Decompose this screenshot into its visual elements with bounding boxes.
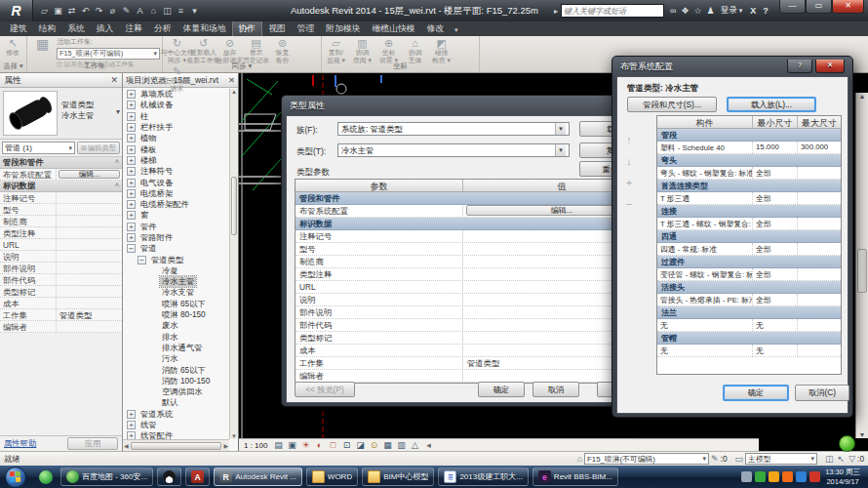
save-icon[interactable]: ▣: [52, 0, 64, 21]
workset-status-combo[interactable]: F15_喷淋(不可编辑) ▾: [584, 453, 709, 465]
app-menu-button[interactable]: R: [0, 0, 33, 21]
tree-item[interactable]: +楼板: [124, 143, 229, 154]
tree-item[interactable]: 消防 65以下: [124, 364, 229, 375]
task-revit[interactable]: R Autodesk Revit ...: [214, 468, 302, 486]
tree-item[interactable]: +楼梯: [124, 155, 229, 166]
scrollbar-thumb[interactable]: [857, 249, 867, 293]
phone-tray-icon[interactable]: [809, 471, 820, 482]
panel-label-coordinate[interactable]: 坐标: [322, 61, 479, 72]
search-input[interactable]: [564, 7, 659, 16]
expand-icon[interactable]: +: [127, 156, 136, 165]
property-row[interactable]: 部件说明: [0, 263, 122, 274]
section-icon[interactable]: ◫: [161, 0, 174, 21]
component-row[interactable]: 无 无: [657, 319, 841, 332]
param-row[interactable]: 类型注释: [296, 268, 660, 281]
tree-item[interactable]: +植物: [124, 133, 229, 143]
worksets-button[interactable]: ▦: [29, 37, 56, 50]
redo-icon[interactable]: ↷: [93, 0, 105, 21]
param-row[interactable]: 型号: [296, 243, 660, 256]
param-row[interactable]: URL: [296, 281, 660, 294]
tree-item[interactable]: 喷淋 80-150: [124, 309, 229, 320]
relinquish-all-button[interactable]: ⊘ 放弃 全部请求: [217, 36, 243, 64]
collapse-section-icon[interactable]: ^: [115, 158, 119, 168]
remove-row-icon[interactable]: −: [621, 198, 637, 210]
browser-vertical-scrollbar[interactable]: ▲ ▼: [229, 89, 238, 439]
start-button[interactable]: [5, 467, 26, 488]
sogou-tray-icon[interactable]: [782, 471, 793, 482]
close-button[interactable]: ✕: [815, 60, 845, 73]
routing-pref-edit-button[interactable]: 编辑...: [59, 170, 120, 179]
close-button[interactable]: ✕: [832, 0, 864, 14]
ribbon-tab-结构[interactable]: 结构: [33, 21, 62, 36]
ribbon-display-toggle-icon[interactable]: ▾: [450, 24, 463, 36]
element-selector-combo[interactable]: 管道 (1) ▾: [2, 142, 75, 154]
tree-item[interactable]: +管件: [124, 222, 229, 232]
scroll-right-icon[interactable]: ▶: [222, 442, 229, 449]
default-3d-view-icon[interactable]: ⌂: [147, 0, 160, 21]
component-row[interactable]: 弯头 - 螺纹 - 钢塑复合: 标准 全部: [657, 167, 841, 180]
expand-icon[interactable]: +: [127, 223, 136, 231]
browser-360-tray-icon[interactable]: [769, 471, 779, 482]
tree-item[interactable]: 冷凝: [124, 265, 229, 276]
component-row[interactable]: 管接头 - 热熔承插 - PE: 标准 全部: [657, 294, 841, 306]
expand-icon[interactable]: +: [127, 90, 136, 99]
expand-icon[interactable]: +: [127, 211, 136, 220]
expand-icon[interactable]: +: [127, 112, 136, 121]
reveal-hidden-elements-icon[interactable]: ⊙: [368, 439, 379, 451]
taskbar-clock[interactable]: 13:30 周三 2014/9/17: [825, 468, 860, 487]
load-family-button[interactable]: 载入族(L)...: [727, 97, 816, 112]
canvas-vertical-scrollbar[interactable]: ▲ ▼: [855, 93, 868, 438]
panel-label-worksets[interactable]: 工作集: [27, 61, 162, 72]
property-row[interactable]: 编辑者: [0, 321, 122, 333]
task-revit-bbs[interactable]: e Revit BBS-BIM...: [533, 468, 618, 486]
property-row[interactable]: 型号: [0, 204, 122, 216]
customize-qat-icon[interactable]: ▾: [188, 0, 201, 21]
tree-item[interactable]: 排水: [124, 332, 229, 343]
temporary-view-properties-icon[interactable]: ▥: [395, 439, 407, 451]
scroll-down-icon[interactable]: ▼: [856, 431, 868, 438]
tree-item[interactable]: +栏杆扶手: [124, 122, 229, 133]
tree-item[interactable]: +电气设备: [124, 177, 229, 187]
param-row[interactable]: 注释记号: [296, 230, 660, 243]
dialog-title-bar[interactable]: 布管系统配置 ? ✕: [616, 57, 848, 76]
design-option-combo[interactable]: 主模型 ▾: [745, 453, 817, 465]
segments-sizes-button[interactable]: 管段和尺寸(S)...: [627, 97, 717, 112]
preview-button[interactable]: << 预览(P): [295, 382, 355, 397]
thin-lines-icon[interactable]: ≡: [175, 0, 187, 21]
scroll-up-icon[interactable]: ▲: [856, 93, 868, 100]
tree-item[interactable]: −管道类型: [124, 254, 229, 264]
param-row[interactable]: 工作集 管道类型: [296, 357, 660, 370]
edit-type-button[interactable]: ⊞ 编辑类型: [77, 142, 120, 154]
active-workset-combo[interactable]: F15_喷淋(不可编辑) ▾: [57, 48, 160, 60]
cancel-button[interactable]: 取消(C): [795, 385, 849, 401]
sync-with-central-icon[interactable]: ⇄: [65, 0, 78, 21]
collapse-section-icon[interactable]: ^: [115, 182, 119, 191]
ribbon-tab-插入[interactable]: 插入: [91, 21, 120, 36]
tree-item[interactable]: +线管配件: [124, 430, 229, 439]
expand-icon[interactable]: +: [127, 101, 136, 109]
param-row[interactable]: 部件说明: [296, 306, 660, 319]
ribbon-tab-视图[interactable]: 视图: [262, 21, 292, 36]
tag-icon[interactable]: ✎: [120, 0, 133, 21]
scrollbar-thumb[interactable]: [231, 177, 237, 235]
property-row[interactable]: 工作集 管道类型: [0, 309, 122, 321]
tree-item[interactable]: +窗: [124, 210, 229, 221]
ok-button[interactable]: 确定: [723, 385, 789, 401]
filter-icon[interactable]: ▽: [848, 454, 855, 464]
property-row[interactable]: 成本: [0, 298, 122, 309]
task-bim-folder[interactable]: BIM中心模型: [362, 468, 434, 486]
param-row[interactable]: 说明: [296, 294, 660, 306]
restore-button[interactable]: ▭: [806, 0, 832, 14]
property-row[interactable]: 类型注释: [0, 227, 122, 239]
coordination-host-button[interactable]: ⌂ 协调 主体: [402, 36, 428, 64]
collapse-icon[interactable]: −: [138, 256, 146, 264]
ribbon-tab-分析[interactable]: 分析: [148, 21, 178, 36]
restore-backup-button[interactable]: ⊚ 恢复 备份: [269, 36, 296, 64]
move-row-down-icon[interactable]: ↓: [621, 155, 637, 167]
signin-button[interactable]: 登录 ▾: [721, 5, 743, 17]
analytical-model-icon[interactable]: △: [409, 439, 420, 451]
tree-item[interactable]: 喷淋 65以下: [124, 299, 229, 309]
chevron-down-icon[interactable]: ▾: [116, 107, 120, 116]
component-row[interactable]: T 形三通 全部: [657, 192, 841, 205]
panel-label-select[interactable]: 选择 ▾: [0, 61, 26, 72]
